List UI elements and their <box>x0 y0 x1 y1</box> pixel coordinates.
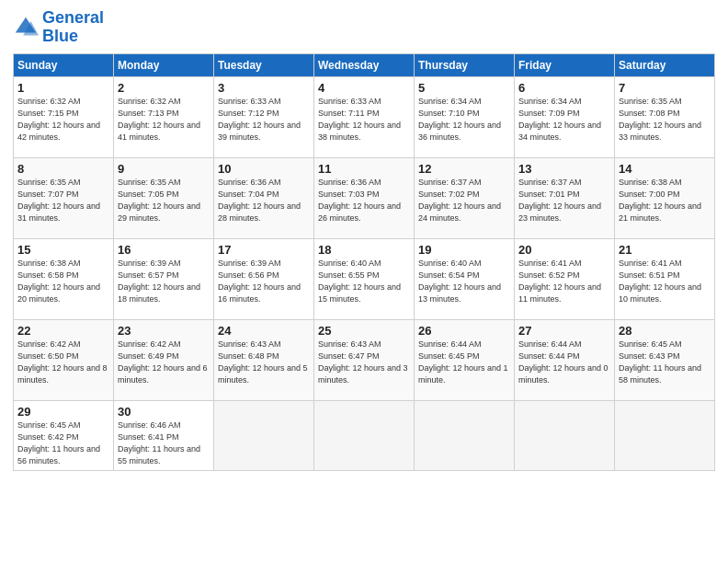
calendar-cell: 6Sunrise: 6:34 AMSunset: 7:09 PMDaylight… <box>515 76 615 157</box>
calendar-cell: 13Sunrise: 6:37 AMSunset: 7:01 PMDayligh… <box>515 157 615 238</box>
day-number: 12 <box>418 162 510 176</box>
calendar-cell: 30Sunrise: 6:46 AMSunset: 6:41 PMDayligh… <box>114 400 214 470</box>
day-info: Sunrise: 6:43 AMSunset: 6:47 PMDaylight:… <box>318 339 410 386</box>
day-info: Sunrise: 6:33 AMSunset: 7:12 PMDaylight:… <box>218 96 310 144</box>
calendar-cell: 25Sunrise: 6:43 AMSunset: 6:47 PMDayligh… <box>314 319 415 400</box>
day-info: Sunrise: 6:32 AMSunset: 7:15 PMDaylight:… <box>17 96 109 144</box>
day-number: 17 <box>218 243 310 257</box>
calendar-cell: 4Sunrise: 6:33 AMSunset: 7:11 PMDaylight… <box>314 76 415 157</box>
day-number: 14 <box>619 162 711 176</box>
day-number: 20 <box>518 243 610 257</box>
calendar-cell: 22Sunrise: 6:42 AMSunset: 6:50 PMDayligh… <box>14 319 114 400</box>
calendar-cell: 2Sunrise: 6:32 AMSunset: 7:13 PMDaylight… <box>114 76 214 157</box>
day-info: Sunrise: 6:45 AMSunset: 6:42 PMDaylight:… <box>17 419 109 467</box>
calendar-cell: 20Sunrise: 6:41 AMSunset: 6:52 PMDayligh… <box>515 238 615 319</box>
day-number: 7 <box>619 81 711 95</box>
calendar-cell: 9Sunrise: 6:35 AMSunset: 7:05 PMDaylight… <box>114 157 214 238</box>
day-info: Sunrise: 6:38 AMSunset: 6:58 PMDaylight:… <box>17 258 109 305</box>
calendar-cell <box>314 400 415 470</box>
calendar-cell <box>214 400 314 470</box>
logo-icon <box>13 15 39 40</box>
calendar-cell: 1Sunrise: 6:32 AMSunset: 7:15 PMDaylight… <box>14 76 114 157</box>
calendar-cell: 29Sunrise: 6:45 AMSunset: 6:42 PMDayligh… <box>14 400 114 470</box>
calendar-cell: 3Sunrise: 6:33 AMSunset: 7:12 PMDaylight… <box>214 76 314 157</box>
calendar-table: SundayMondayTuesdayWednesdayThursdayFrid… <box>13 53 715 471</box>
calendar-cell: 10Sunrise: 6:36 AMSunset: 7:04 PMDayligh… <box>214 157 314 238</box>
day-info: Sunrise: 6:39 AMSunset: 6:57 PMDaylight:… <box>118 258 210 305</box>
calendar-cell: 11Sunrise: 6:36 AMSunset: 7:03 PMDayligh… <box>314 157 415 238</box>
calendar-cell: 14Sunrise: 6:38 AMSunset: 7:00 PMDayligh… <box>615 157 715 238</box>
calendar-cell: 28Sunrise: 6:45 AMSunset: 6:43 PMDayligh… <box>615 319 715 400</box>
weekday-header-wednesday: Wednesday <box>314 53 415 76</box>
day-number: 22 <box>17 324 109 338</box>
calendar-cell: 18Sunrise: 6:40 AMSunset: 6:55 PMDayligh… <box>314 238 415 319</box>
day-info: Sunrise: 6:44 AMSunset: 6:45 PMDaylight:… <box>418 339 510 386</box>
day-info: Sunrise: 6:35 AMSunset: 7:08 PMDaylight:… <box>619 96 711 144</box>
day-number: 21 <box>619 243 711 257</box>
day-number: 8 <box>17 162 109 176</box>
day-number: 15 <box>17 243 109 257</box>
day-number: 16 <box>118 243 210 257</box>
day-info: Sunrise: 6:41 AMSunset: 6:51 PMDaylight:… <box>619 258 711 305</box>
day-number: 11 <box>318 162 410 176</box>
day-number: 13 <box>518 162 610 176</box>
day-number: 2 <box>118 81 210 95</box>
day-info: Sunrise: 6:35 AMSunset: 7:05 PMDaylight:… <box>118 177 210 224</box>
weekday-header-tuesday: Tuesday <box>214 53 314 76</box>
day-info: Sunrise: 6:32 AMSunset: 7:13 PMDaylight:… <box>118 96 210 144</box>
day-number: 19 <box>418 243 510 257</box>
calendar-cell: 21Sunrise: 6:41 AMSunset: 6:51 PMDayligh… <box>615 238 715 319</box>
day-info: Sunrise: 6:44 AMSunset: 6:44 PMDaylight:… <box>518 339 610 386</box>
day-number: 28 <box>619 324 711 338</box>
day-number: 9 <box>118 162 210 176</box>
calendar-cell: 24Sunrise: 6:43 AMSunset: 6:48 PMDayligh… <box>214 319 314 400</box>
day-info: Sunrise: 6:40 AMSunset: 6:54 PMDaylight:… <box>418 258 510 305</box>
weekday-header-saturday: Saturday <box>615 53 715 76</box>
page-container: General Blue SundayMondayTuesdayWednesda… <box>0 0 728 480</box>
day-info: Sunrise: 6:36 AMSunset: 7:04 PMDaylight:… <box>218 177 310 224</box>
day-number: 27 <box>518 324 610 338</box>
day-number: 10 <box>218 162 310 176</box>
logo-blue: Blue <box>42 27 78 45</box>
calendar-cell: 5Sunrise: 6:34 AMSunset: 7:10 PMDaylight… <box>415 76 515 157</box>
day-info: Sunrise: 6:37 AMSunset: 7:01 PMDaylight:… <box>518 177 610 224</box>
day-number: 3 <box>218 81 310 95</box>
day-number: 30 <box>118 405 210 419</box>
day-number: 18 <box>318 243 410 257</box>
day-info: Sunrise: 6:34 AMSunset: 7:09 PMDaylight:… <box>518 96 610 144</box>
day-number: 29 <box>17 405 109 419</box>
calendar-cell: 16Sunrise: 6:39 AMSunset: 6:57 PMDayligh… <box>114 238 214 319</box>
calendar-cell: 17Sunrise: 6:39 AMSunset: 6:56 PMDayligh… <box>214 238 314 319</box>
day-info: Sunrise: 6:36 AMSunset: 7:03 PMDaylight:… <box>318 177 410 224</box>
calendar-cell: 8Sunrise: 6:35 AMSunset: 7:07 PMDaylight… <box>14 157 114 238</box>
calendar-cell: 23Sunrise: 6:42 AMSunset: 6:49 PMDayligh… <box>114 319 214 400</box>
day-number: 5 <box>418 81 510 95</box>
weekday-header-thursday: Thursday <box>415 53 515 76</box>
day-number: 23 <box>118 324 210 338</box>
day-info: Sunrise: 6:42 AMSunset: 6:50 PMDaylight:… <box>17 339 109 386</box>
logo-text: General Blue <box>42 9 104 46</box>
day-info: Sunrise: 6:43 AMSunset: 6:48 PMDaylight:… <box>218 339 310 386</box>
calendar-cell <box>515 400 615 470</box>
day-number: 4 <box>318 81 410 95</box>
day-info: Sunrise: 6:45 AMSunset: 6:43 PMDaylight:… <box>619 339 711 386</box>
calendar-cell <box>415 400 515 470</box>
day-info: Sunrise: 6:41 AMSunset: 6:52 PMDaylight:… <box>518 258 610 305</box>
day-info: Sunrise: 6:46 AMSunset: 6:41 PMDaylight:… <box>118 419 210 467</box>
day-info: Sunrise: 6:42 AMSunset: 6:49 PMDaylight:… <box>118 339 210 386</box>
day-info: Sunrise: 6:38 AMSunset: 7:00 PMDaylight:… <box>619 177 711 224</box>
calendar-header-row: SundayMondayTuesdayWednesdayThursdayFrid… <box>14 53 715 76</box>
day-number: 26 <box>418 324 510 338</box>
day-info: Sunrise: 6:34 AMSunset: 7:10 PMDaylight:… <box>418 96 510 144</box>
calendar-cell: 7Sunrise: 6:35 AMSunset: 7:08 PMDaylight… <box>615 76 715 157</box>
weekday-header-friday: Friday <box>515 53 615 76</box>
weekday-header-monday: Monday <box>114 53 214 76</box>
page-header: General Blue <box>13 9 715 46</box>
day-info: Sunrise: 6:35 AMSunset: 7:07 PMDaylight:… <box>17 177 109 224</box>
calendar-cell: 12Sunrise: 6:37 AMSunset: 7:02 PMDayligh… <box>415 157 515 238</box>
day-info: Sunrise: 6:39 AMSunset: 6:56 PMDaylight:… <box>218 258 310 305</box>
logo: General Blue <box>13 9 104 46</box>
day-number: 1 <box>17 81 109 95</box>
day-number: 6 <box>518 81 610 95</box>
day-number: 24 <box>218 324 310 338</box>
